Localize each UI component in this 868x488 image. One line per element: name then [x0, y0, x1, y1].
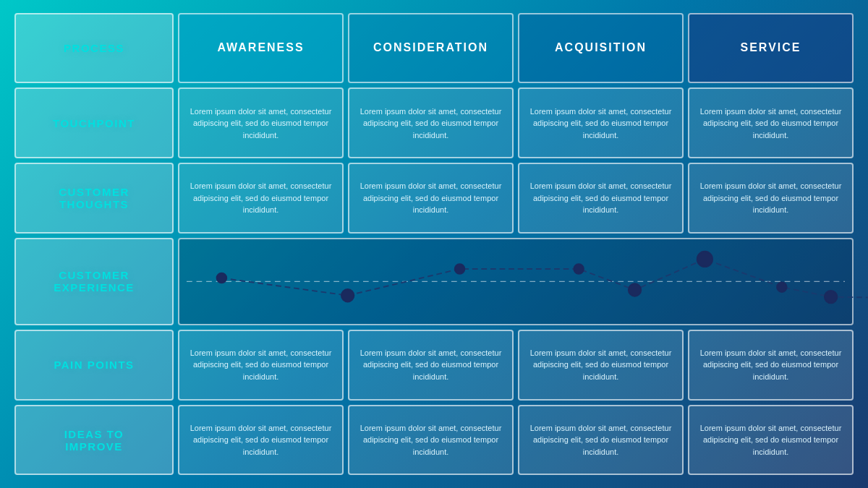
acquisition-label: ACQUISITION — [555, 41, 647, 54]
touchpoint-consideration: Lorem ipsum dolor sit amet, consectetur … — [348, 87, 514, 158]
process-header: PROCESS — [14, 13, 174, 84]
pain-points-awareness: Lorem ipsum dolor sit amet, consectetur … — [178, 330, 344, 401]
experience-svg — [187, 247, 845, 317]
touchpoint-service-text: Lorem ipsum dolor sit amet, consectetur … — [697, 106, 845, 142]
ideas-to-improve-service: Lorem ipsum dolor sit amet, consectetur … — [688, 405, 854, 476]
touchpoint-label: TOUCHPOINT — [53, 117, 135, 129]
customer-thoughts-consideration: Lorem ipsum dolor sit amet, consectetur … — [348, 163, 514, 234]
svg-point-3 — [455, 264, 465, 274]
customer-experience-label: CUSTOMER EXPERIENCE — [54, 269, 135, 294]
customer-thoughts-acquisition-text: Lorem ipsum dolor sit amet, consectetur … — [527, 180, 675, 216]
pain-points-acquisition: Lorem ipsum dolor sit amet, consectetur … — [518, 330, 684, 401]
ideas-to-improve-consideration-text: Lorem ipsum dolor sit amet, consectetur … — [357, 422, 505, 458]
acquisition-header: ACQUISITION — [518, 13, 684, 84]
awareness-header: AWARENESS — [178, 13, 344, 84]
pain-points-service: Lorem ipsum dolor sit amet, consectetur … — [688, 330, 854, 401]
service-header: SERVICE — [688, 13, 854, 84]
svg-point-1 — [217, 273, 227, 283]
ideas-to-improve-acquisition: Lorem ipsum dolor sit amet, consectetur … — [518, 405, 684, 476]
pain-points-label: PAIN POINTS — [54, 359, 134, 371]
ideas-to-improve-awareness-text: Lorem ipsum dolor sit amet, consectetur … — [187, 422, 335, 458]
customer-experience-row-label: CUSTOMER EXPERIENCE — [14, 238, 174, 325]
ideas-to-improve-service-text: Lorem ipsum dolor sit amet, consectetur … — [697, 422, 845, 458]
svg-point-6 — [697, 252, 712, 267]
customer-thoughts-consideration-text: Lorem ipsum dolor sit amet, consectetur … — [357, 180, 505, 216]
touchpoint-service: Lorem ipsum dolor sit amet, consectetur … — [688, 87, 854, 158]
customer-thoughts-service-text: Lorem ipsum dolor sit amet, consectetur … — [697, 180, 845, 216]
awareness-label: AWARENESS — [217, 41, 304, 54]
ideas-to-improve-label: IDEAS TO IMPROVE — [64, 428, 124, 453]
customer-thoughts-row-label: CUSTOMER THOUGHTS — [14, 163, 174, 234]
touchpoint-acquisition: Lorem ipsum dolor sit amet, consectetur … — [518, 87, 684, 158]
pain-points-consideration: Lorem ipsum dolor sit amet, consectetur … — [348, 330, 514, 401]
ideas-to-improve-awareness: Lorem ipsum dolor sit amet, consectetur … — [178, 405, 344, 476]
main-grid: PROCESS AWARENESS CONSIDERATION ACQUISIT… — [14, 13, 854, 476]
touchpoint-acquisition-text: Lorem ipsum dolor sit amet, consectetur … — [527, 106, 675, 142]
customer-thoughts-acquisition: Lorem ipsum dolor sit amet, consectetur … — [518, 163, 684, 234]
touchpoint-consideration-text: Lorem ipsum dolor sit amet, consectetur … — [357, 106, 505, 142]
pain-points-row-label: PAIN POINTS — [14, 330, 174, 401]
svg-point-7 — [777, 282, 787, 292]
customer-thoughts-label: CUSTOMER THOUGHTS — [59, 186, 129, 210]
pain-points-service-text: Lorem ipsum dolor sit amet, consectetur … — [697, 347, 845, 383]
svg-point-4 — [574, 264, 584, 274]
touchpoint-awareness-text: Lorem ipsum dolor sit amet, consectetur … — [187, 106, 335, 142]
pain-points-awareness-text: Lorem ipsum dolor sit amet, consectetur … — [187, 347, 335, 383]
customer-thoughts-service: Lorem ipsum dolor sit amet, consectetur … — [688, 163, 854, 234]
consideration-header: CONSIDERATION — [348, 13, 514, 84]
touchpoint-awareness: Lorem ipsum dolor sit amet, consectetur … — [178, 87, 344, 158]
customer-thoughts-awareness-text: Lorem ipsum dolor sit amet, consectetur … — [187, 180, 335, 216]
svg-point-5 — [629, 283, 641, 296]
touchpoint-row-label: TOUCHPOINT — [14, 87, 174, 158]
pain-points-consideration-text: Lorem ipsum dolor sit amet, consectetur … — [357, 347, 505, 383]
pain-points-acquisition-text: Lorem ipsum dolor sit amet, consectetur … — [527, 347, 675, 383]
process-label: PROCESS — [64, 42, 124, 54]
ideas-to-improve-consideration: Lorem ipsum dolor sit amet, consectetur … — [348, 405, 514, 476]
svg-point-8 — [825, 291, 837, 303]
svg-point-2 — [341, 289, 354, 301]
service-label: SERVICE — [741, 41, 801, 54]
consideration-label: CONSIDERATION — [373, 41, 488, 54]
ideas-to-improve-acquisition-text: Lorem ipsum dolor sit amet, consectetur … — [527, 422, 675, 458]
customer-thoughts-awareness: Lorem ipsum dolor sit amet, consectetur … — [178, 163, 344, 234]
customer-experience-chart — [178, 238, 854, 325]
ideas-to-improve-row-label: IDEAS TO IMPROVE — [14, 405, 174, 476]
